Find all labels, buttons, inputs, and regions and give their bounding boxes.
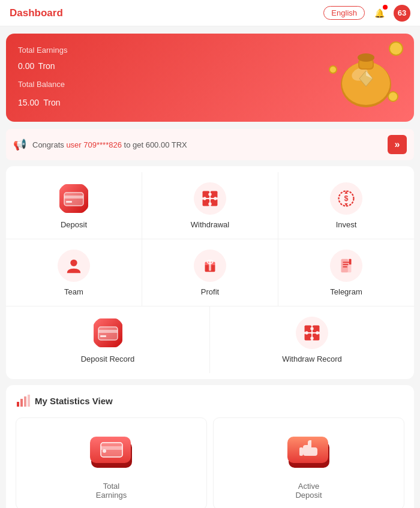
language-button[interactable]: English bbox=[323, 6, 365, 20]
withdraw-record-label: Withdraw Record bbox=[282, 354, 342, 363]
svg-rect-32 bbox=[343, 261, 349, 263]
statistics-header: My Statistics View bbox=[16, 393, 404, 408]
header-actions: English 🔔 63 bbox=[323, 5, 410, 22]
svg-rect-59 bbox=[299, 447, 303, 456]
notification-arrow-button[interactable]: » bbox=[388, 135, 407, 154]
svg-point-47 bbox=[305, 331, 308, 334]
withdrawal-icon bbox=[194, 182, 226, 215]
deposit-record-label: Deposit Record bbox=[81, 354, 135, 363]
svg-text:$: $ bbox=[344, 194, 349, 203]
svg-rect-42 bbox=[305, 333, 312, 341]
invest-icon-wrap: $ bbox=[329, 182, 363, 215]
svg-rect-48 bbox=[17, 402, 19, 407]
svg-rect-12 bbox=[64, 193, 83, 206]
svg-point-8 bbox=[358, 53, 374, 62]
svg-point-25 bbox=[70, 260, 77, 266]
telegram-label: Telegram bbox=[330, 287, 362, 296]
svg-rect-17 bbox=[203, 199, 210, 206]
bell-icon: 🔔 bbox=[374, 8, 385, 18]
withdraw-record-icon-wrap bbox=[295, 316, 329, 350]
svg-rect-33 bbox=[343, 264, 348, 265]
total-earnings-icon bbox=[88, 431, 136, 473]
deposit-icon-wrap bbox=[57, 182, 91, 215]
statistics-cards: TotalEarnings bbox=[16, 417, 404, 508]
menu-item-invest[interactable]: $ Invest bbox=[278, 172, 414, 239]
earnings-banner: Total Earnings 0.00 Tron Total Balance 1… bbox=[6, 34, 414, 122]
main-menu: Deposit bbox=[6, 166, 414, 379]
svg-point-0 bbox=[389, 42, 403, 55]
speaker-icon: 📢 bbox=[13, 138, 26, 151]
notification-dot bbox=[383, 5, 388, 10]
deposit-record-icon bbox=[91, 316, 125, 350]
svg-point-56 bbox=[103, 449, 106, 453]
svg-point-20 bbox=[214, 197, 217, 200]
total-earnings-icon-wrap bbox=[88, 428, 136, 476]
svg-point-46 bbox=[310, 336, 313, 339]
svg-rect-39 bbox=[100, 335, 106, 337]
notification-button[interactable]: 🔔 bbox=[371, 5, 388, 22]
svg-rect-43 bbox=[313, 333, 320, 341]
highlight-user: user 709****826 bbox=[66, 140, 122, 149]
menu-row-3: Deposit Record Withdr bbox=[6, 306, 414, 373]
statistics-title: My Statistics View bbox=[35, 396, 113, 406]
svg-rect-31 bbox=[341, 259, 348, 273]
svg-rect-51 bbox=[28, 395, 30, 407]
menu-item-team[interactable]: Team bbox=[6, 239, 142, 306]
svg-point-22 bbox=[203, 197, 206, 200]
withdrawal-icon-wrap bbox=[193, 182, 227, 215]
svg-rect-14 bbox=[66, 201, 72, 203]
svg-point-21 bbox=[208, 202, 211, 205]
svg-rect-28 bbox=[209, 261, 211, 271]
avatar-text: 63 bbox=[398, 8, 406, 17]
stat-card-active-deposit: ActiveDeposit bbox=[213, 417, 404, 508]
page-title: Dashboard bbox=[10, 7, 63, 19]
chart-icon bbox=[16, 393, 30, 408]
statistics-section: My Statistics View bbox=[6, 385, 414, 508]
active-deposit-icon bbox=[285, 431, 333, 473]
stat-card-total-earnings: TotalEarnings bbox=[16, 417, 207, 508]
money-bag-svg bbox=[327, 40, 405, 112]
menu-item-withdraw-record[interactable]: Withdraw Record bbox=[210, 306, 414, 373]
svg-rect-35 bbox=[349, 259, 352, 264]
team-icon bbox=[58, 250, 90, 282]
menu-item-deposit[interactable]: Deposit bbox=[6, 172, 142, 239]
invest-icon: $ bbox=[330, 182, 362, 215]
withdrawal-label: Withdrawal bbox=[191, 220, 229, 229]
svg-rect-50 bbox=[24, 396, 26, 407]
notification-text: Congrats user 709****826 to get 600.00 T… bbox=[32, 140, 382, 149]
svg-rect-49 bbox=[20, 399, 23, 407]
menu-row-1: Deposit bbox=[6, 172, 414, 239]
svg-rect-34 bbox=[343, 266, 347, 267]
active-deposit-label: ActiveDeposit bbox=[295, 482, 322, 500]
deposit-label: Deposit bbox=[61, 220, 87, 229]
svg-point-44 bbox=[310, 327, 313, 330]
profit-label: Profit bbox=[201, 287, 219, 296]
menu-item-profit[interactable]: Profit bbox=[142, 239, 278, 306]
profit-icon-wrap bbox=[193, 249, 227, 282]
deposit-record-icon-wrap bbox=[91, 316, 125, 350]
menu-item-telegram[interactable]: Telegram bbox=[278, 239, 414, 306]
svg-rect-38 bbox=[98, 330, 118, 333]
user-avatar[interactable]: 63 bbox=[394, 5, 410, 22]
withdraw-record-icon bbox=[296, 317, 328, 349]
deposit-icon bbox=[57, 182, 91, 215]
telegram-icon-wrap bbox=[329, 249, 363, 282]
notification-bar: 📢 Congrats user 709****826 to get 600.00… bbox=[6, 129, 414, 160]
telegram-icon bbox=[330, 250, 362, 282]
menu-item-deposit-record[interactable]: Deposit Record bbox=[6, 306, 210, 373]
svg-point-1 bbox=[388, 92, 398, 101]
menu-row-2: Team Profit bbox=[6, 239, 414, 306]
svg-rect-18 bbox=[211, 199, 218, 206]
svg-point-2 bbox=[329, 66, 337, 73]
total-earnings-label: TotalEarnings bbox=[96, 482, 127, 500]
profit-icon bbox=[194, 250, 226, 282]
invest-label: Invest bbox=[336, 220, 357, 229]
svg-point-45 bbox=[316, 331, 319, 334]
team-icon-wrap bbox=[57, 249, 91, 282]
svg-point-19 bbox=[208, 193, 211, 196]
menu-item-withdrawal[interactable]: Withdrawal bbox=[142, 172, 278, 239]
header: Dashboard English 🔔 63 bbox=[0, 0, 420, 26]
svg-rect-13 bbox=[64, 196, 83, 199]
svg-rect-37 bbox=[98, 327, 118, 340]
active-deposit-icon-wrap bbox=[285, 428, 333, 476]
